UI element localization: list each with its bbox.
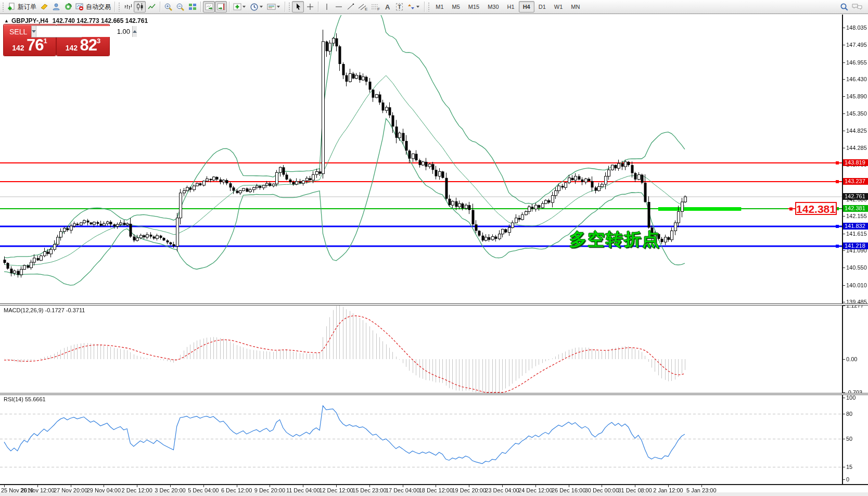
dropdown-arrow-icon[interactable] [416,6,419,8]
buy-price-main: 142 [66,44,78,52]
auto-scroll-button[interactable] [203,1,215,12]
timeframe-button-m1[interactable]: M1 [431,1,448,12]
search-icon [840,3,849,11]
community-button[interactable] [50,1,62,12]
volume-decrease-button[interactable] [32,26,36,37]
price-tick-label: 147.495 [846,42,867,48]
vertical-line-button[interactable] [321,1,333,12]
rsi-axis-label: 80 [846,411,852,417]
chat-button[interactable] [850,1,864,12]
toolbar-grip [288,2,291,11]
bar-chart-button[interactable] [122,1,134,12]
time-axis-label: 17 Dec 04:00 [386,487,419,493]
indicators-button[interactable] [232,1,248,12]
one-click-collapse-icon[interactable]: ▲ [4,18,9,23]
text-label-tool-button[interactable]: T [393,1,405,12]
chart-canvas[interactable] [0,0,868,496]
timeframe-button-mn[interactable]: MN [567,1,584,12]
time-axis-label: 11 Dec 04:00 [286,487,320,493]
time-axis-label: 30 Dec 00:00 [585,487,619,493]
auto-scroll-icon [205,3,213,11]
new-order-button[interactable]: 新订单 [6,1,38,12]
time-axis-label: 27 Nov 20:00 [54,487,87,493]
time-axis-label: 19 Dec 20:00 [452,487,486,493]
equidistant-channel-button[interactable]: E [356,1,369,12]
timeframe-button-m15[interactable]: M15 [464,1,483,12]
trendline-button[interactable] [344,1,356,12]
toolbar-separator [200,2,201,12]
time-axis-label: 23 Dec 04:00 [485,487,519,493]
arrows-tool-button[interactable] [405,1,422,12]
time-axis-label: 29 Nov 04:00 [87,487,121,493]
cursor-icon [294,3,302,11]
timeframe-button-w1[interactable]: W1 [550,1,567,12]
candlestick-chart-icon [136,3,144,11]
volume-increase-button[interactable] [132,26,137,37]
level-price-label[interactable]: 142.381 [795,202,837,215]
auto-trading-button[interactable]: 自动交易 [74,1,112,12]
zoom-in-button[interactable] [162,1,174,12]
time-axis-label: 18 Dec 12:00 [419,487,453,493]
rsi-axis-label: 15 [846,464,852,470]
macd-panel-divider[interactable] [0,303,868,306]
timeframe-button-m5[interactable]: M5 [448,1,464,12]
community-icon [52,3,60,11]
rsi-axis-label: 100 [846,395,856,401]
timeframe-button-h4[interactable]: H4 [519,1,534,12]
toolbar-grip [428,2,430,11]
dropdown-arrow-icon[interactable] [277,6,280,8]
dropdown-arrow-icon[interactable] [242,6,246,8]
horizontal-line-button[interactable] [333,1,344,12]
timeframe-button-m30[interactable]: M30 [483,1,503,12]
dropdown-arrow-icon[interactable] [260,6,263,8]
cursor-button[interactable] [292,1,304,12]
main-toolbar: 新订单 自动交易 [0,0,868,14]
toolbar-grip [118,2,121,11]
volume-stepper [31,26,82,37]
toolbar-separator [285,2,285,12]
macd-indicator-label: MACD(12,26,9) -0.1727 -0.3711 [4,307,85,313]
templates-button[interactable] [265,1,283,12]
crosshair-button[interactable] [304,1,316,12]
chat-icon [852,3,862,11]
mt4-window: { "window": { "symbol_title": "GBPJPY-,H… [0,0,868,496]
time-axis-label: 15 Dec 23:00 [352,487,386,493]
time-axis-label: 31 Dec 08:00 [618,487,652,493]
time-axis-label: 26 Nov 12:00 [20,487,54,493]
timeframe-group: M1M5M15M30H1H4D1W1MN [431,1,584,12]
chart-symbol-period: GBPJPY-,H4 [11,17,48,24]
price-tick-label: 140.550 [846,264,867,271]
time-axis-label: 24 Dec 12:00 [518,487,552,493]
price-tick-label: 144.825 [846,128,867,134]
time-axis-label: 12 Dec 12:00 [319,487,353,493]
price-badge-141.218: 141.218 [843,243,868,249]
text-tool-button[interactable]: A [381,1,393,12]
zoom-out-button[interactable] [174,1,186,12]
auto-trading-icon [75,3,84,11]
timeframe-button-d1[interactable]: D1 [534,1,550,12]
price-badge-143.237: 143.237 [843,178,868,185]
rsi-panel-divider[interactable] [0,393,868,395]
chart-shift-button[interactable] [215,1,227,12]
price-badge-142.381: 142.381 [843,205,868,212]
toolbar-separator [160,2,160,12]
volume-input[interactable] [36,26,132,37]
buy-price-sup: 3 [97,37,100,45]
time-axis-label: 5 Dec 04:00 [188,487,219,493]
timeframe-button-h1[interactable]: H1 [503,1,519,12]
price-tick-label: 144.285 [846,145,867,151]
candlestick-chart-button[interactable] [134,1,146,12]
vertical-line-icon [323,3,330,11]
tile-windows-button[interactable] [186,1,198,12]
alerts-button[interactable] [38,1,50,12]
price-badge-143.819: 143.819 [843,159,868,166]
chart-annotation-text[interactable]: 多空转折点 [569,228,660,251]
search-button[interactable] [838,1,850,12]
price-tick-label: 145.350 [846,110,867,117]
rsi-axis-label: 0 [846,476,849,482]
fibonacci-button[interactable]: F [369,1,381,12]
sell-price: 142 761 [4,36,56,55]
signals-button[interactable] [62,1,74,12]
periods-button[interactable] [248,1,265,12]
line-chart-button[interactable] [146,1,158,12]
